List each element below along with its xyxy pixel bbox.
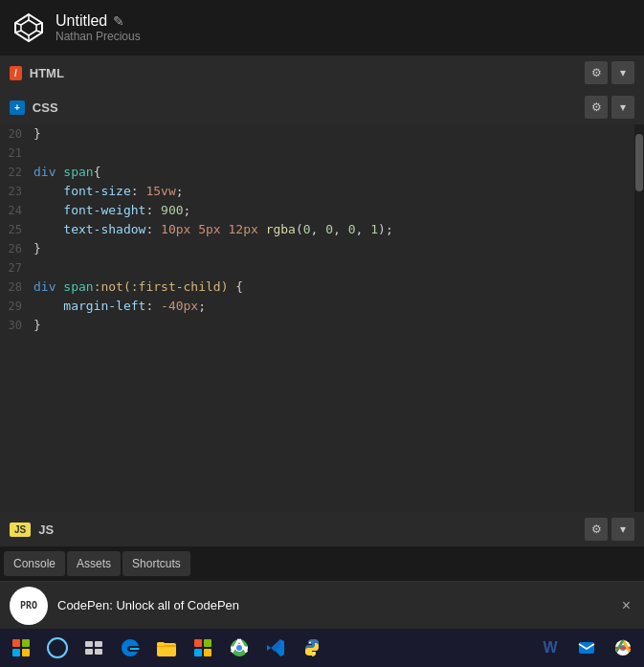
store-icon [192, 637, 213, 658]
code-line-22: 22 div span{ [0, 163, 634, 182]
js-gear-button[interactable]: ⚙ [585, 518, 608, 541]
css-chevron-button[interactable]: ▾ [611, 96, 634, 119]
js-badge: JS [10, 522, 31, 537]
title-text-container: Untitled ✎ Nathan Precious [56, 12, 141, 43]
edit-title-icon[interactable]: ✎ [113, 13, 124, 29]
css-scrollbar-thumb[interactable] [635, 134, 643, 191]
svg-point-21 [309, 642, 311, 644]
html-panel-controls: ⚙ ▾ [585, 61, 634, 84]
chrome-tray-app[interactable] [606, 631, 640, 665]
html-badge: / [10, 66, 22, 80]
windows-logo-icon [12, 639, 30, 656]
css-scrollbar[interactable] [634, 124, 644, 512]
js-label-text: JS [38, 522, 54, 537]
js-panel: JS JS ⚙ ▾ [0, 512, 644, 546]
svg-rect-23 [579, 642, 594, 654]
svg-rect-16 [194, 649, 202, 656]
mail-icon [577, 638, 596, 657]
css-badge: + [10, 100, 25, 115]
assets-button[interactable]: Assets [67, 551, 121, 576]
svg-rect-11 [95, 649, 102, 655]
vscode-icon [265, 637, 286, 658]
edge-app[interactable] [113, 631, 147, 665]
taskview-icon [85, 641, 102, 655]
code-line-24: 24 font-weight: 900; [0, 201, 634, 220]
file-explorer-icon [156, 637, 177, 658]
code-line-20: 20 } [0, 124, 634, 144]
html-label-text: HTML [30, 66, 64, 80]
html-panel-label: / HTML [10, 66, 64, 80]
python-icon [301, 637, 322, 658]
chrome-tray-icon [613, 638, 633, 657]
codepen-logo-icon [11, 11, 46, 45]
codepen-close-button[interactable]: × [618, 593, 634, 618]
css-code-editor[interactable]: 20 } 21 22 div span{ 23 font-size: 15vw;… [0, 124, 644, 512]
store-app[interactable] [186, 631, 220, 665]
tray-item[interactable] [569, 631, 604, 665]
start-button[interactable] [4, 631, 38, 665]
python-app[interactable] [295, 631, 329, 665]
svg-point-22 [313, 653, 315, 655]
html-panel: / HTML ⚙ ▾ [0, 56, 644, 90]
chrome-icon [229, 637, 250, 658]
css-label-text: CSS [33, 100, 58, 115]
css-gear-button[interactable]: ⚙ [585, 96, 608, 119]
js-chevron-button[interactable]: ▾ [611, 518, 634, 541]
title-bar: Untitled ✎ Nathan Precious [0, 0, 644, 56]
code-line-27: 27 [0, 258, 634, 278]
js-panel-controls: ⚙ ▾ [585, 518, 634, 541]
code-line-28: 28 div span:not(:first-child) { [0, 278, 634, 297]
code-line-30: 30 } [0, 316, 634, 335]
svg-rect-9 [95, 641, 102, 647]
css-panel-label: + CSS [10, 100, 58, 115]
svg-marker-1 [21, 20, 36, 35]
word-app[interactable]: W [533, 631, 567, 665]
chrome-app[interactable] [222, 631, 256, 665]
codepen-message: CodePen: Unlock all of CodePen [57, 598, 609, 612]
css-code-scroll: 20 } 21 22 div span{ 23 font-size: 15vw;… [0, 124, 634, 512]
css-panel-header: + CSS ⚙ ▾ [0, 90, 644, 124]
username: Nathan Precious [56, 30, 141, 43]
file-explorer-app[interactable] [149, 631, 184, 665]
code-line-26: 26 } [0, 239, 634, 258]
svg-rect-13 [157, 642, 165, 646]
css-panel: + CSS ⚙ ▾ 20 } 21 22 div span{ [0, 90, 644, 512]
shortcuts-button[interactable]: Shortcuts [122, 551, 190, 576]
cortana-icon [47, 637, 68, 658]
console-button[interactable]: Console [4, 551, 65, 576]
project-title: Untitled ✎ [56, 12, 141, 30]
css-panel-controls: ⚙ ▾ [585, 96, 634, 119]
html-gear-button[interactable]: ⚙ [585, 61, 608, 84]
svg-point-20 [236, 645, 242, 651]
html-chevron-button[interactable]: ▾ [611, 61, 634, 84]
code-line-23: 23 font-size: 15vw; [0, 182, 634, 201]
bottom-toolbar: Console Assets Shortcuts [0, 546, 644, 581]
taskview-button[interactable] [77, 631, 111, 665]
code-line-29: 29 margin-left: -40px; [0, 297, 634, 316]
svg-rect-17 [204, 649, 211, 656]
code-line-25: 25 text-shadow: 10px 5px 12px rgba(0, 0,… [0, 220, 634, 239]
js-panel-label: JS JS [10, 522, 54, 537]
edge-icon [120, 637, 141, 658]
search-button[interactable] [40, 631, 75, 665]
codepen-pro-logo: PRO [10, 587, 48, 625]
codepen-notification: PRO CodePen: Unlock all of CodePen × [0, 581, 644, 629]
html-panel-header: / HTML ⚙ ▾ [0, 56, 644, 90]
js-panel-header: JS JS ⚙ ▾ [0, 512, 644, 546]
svg-rect-14 [194, 639, 202, 647]
svg-rect-10 [85, 649, 93, 655]
svg-rect-8 [85, 641, 93, 647]
code-line-21: 21 [0, 144, 634, 163]
svg-rect-15 [204, 639, 211, 647]
vscode-app[interactable] [258, 631, 293, 665]
windows-taskbar: W [0, 629, 644, 667]
